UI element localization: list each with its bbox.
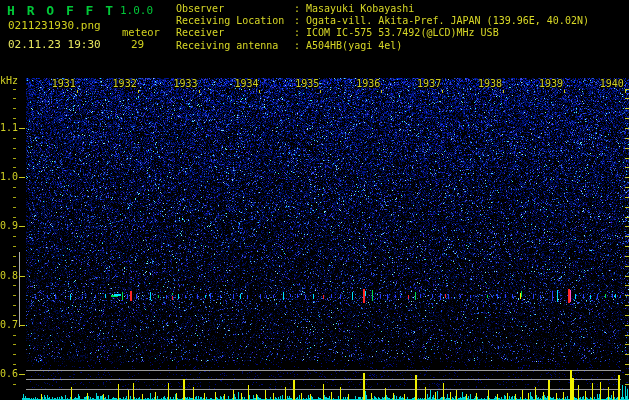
frequency-unit-label: kHz [0,76,18,86]
app-version: 1.0.0 [120,4,153,17]
info-label: Observer [176,4,294,14]
info-label: Receiving antenna [176,41,294,51]
app-title: H R O F F T [7,3,115,18]
meteor-count: 29 [131,39,144,50]
spectrogram-canvas [0,0,629,400]
time-tick-label: 1934 [234,79,258,89]
info-row-location: Receiving Location : Ogata-vill. Akita-P… [176,16,589,26]
info-row-antenna: Receiving antenna : A504HB(yagi 4el) [176,41,402,51]
time-tick-label: 1931 [52,79,76,89]
hrofft-window: H R O F F T 1.0.0 0211231930.png meteor … [0,0,629,400]
info-label: Receiving Location [176,16,294,26]
datetime-label: 02.11.23 19:30 [8,39,101,50]
time-tick-label: 1940 [600,79,624,89]
info-row-observer: Observer : Masayuki Kobayashi [176,4,414,14]
info-separator: : [294,4,306,14]
freq-tick-label: 0.9 [0,221,19,231]
freq-tick-label: 1.0 [0,172,19,182]
info-row-receiver: Receiver : ICOM IC-575 53.7492(@LCD)MHz … [176,28,499,38]
time-tick-label: 1938 [478,79,502,89]
info-value: Ogata-vill. Akita-Pref. JAPAN (139.96E, … [306,16,589,26]
freq-tick-label: 0.6 [0,369,19,379]
info-separator: : [294,16,306,26]
time-tick-label: 1932 [113,79,137,89]
station-info-block: Observer : Masayuki Kobayashi Receiving … [176,3,212,63]
mode-label: meteor [122,27,160,38]
time-tick-label: 1936 [356,79,380,89]
time-tick-label: 1937 [417,79,441,89]
info-separator: : [294,41,306,51]
time-tick-label: 1935 [295,79,319,89]
info-label: Receiver [176,28,294,38]
freq-tick-label: 0.7 [0,320,19,330]
time-tick-label: 1933 [174,79,198,89]
info-separator: : [294,28,306,38]
info-value: ICOM IC-575 53.7492(@LCD)MHz USB [306,28,499,38]
time-tick-label: 1939 [539,79,563,89]
info-value: A504HB(yagi 4el) [306,41,402,51]
output-filename: 0211231930.png [8,20,101,31]
freq-tick-label: 1.1 [0,123,19,133]
freq-tick-label: 0.8 [0,271,19,281]
info-value: Masayuki Kobayashi [306,4,414,14]
